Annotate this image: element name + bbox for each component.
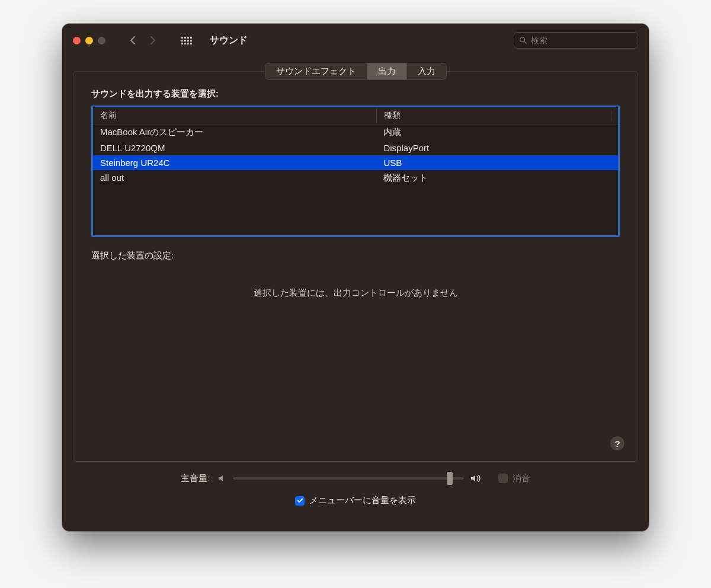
- help-button[interactable]: ?: [610, 436, 624, 450]
- show-in-menubar-row: メニューバーに音量を表示: [73, 495, 638, 506]
- no-controls-message: 選択した装置には、出力コントロールがありません: [91, 287, 620, 299]
- table-header: 名前 種類: [93, 107, 618, 124]
- show-in-menubar-label: メニューバーに音量を表示: [309, 495, 416, 506]
- tab-output[interactable]: 出力: [367, 63, 407, 79]
- tab-bar: サウンドエフェクト 出力 入力: [265, 63, 447, 80]
- slider-thumb[interactable]: [447, 472, 453, 485]
- close-button[interactable]: [73, 37, 81, 44]
- table-row[interactable]: Steinberg UR24CUSB: [93, 155, 618, 170]
- volume-slider[interactable]: [233, 472, 464, 484]
- output-panel: サウンドを出力する装置を選択: 名前 種類 MacBook Airのスピーカー内…: [73, 71, 638, 462]
- device-table: 名前 種類 MacBook Airのスピーカー内蔵DELL U2720QMDis…: [91, 106, 620, 237]
- tab-sound-effects[interactable]: サウンドエフェクト: [265, 63, 367, 79]
- volume-row: 主音量: 消音: [73, 472, 638, 484]
- speaker-high-icon: [470, 474, 483, 483]
- device-type: USB: [376, 155, 618, 170]
- mute-label: 消音: [513, 473, 530, 484]
- show-all-button[interactable]: [177, 32, 197, 49]
- titlebar: サウンド: [62, 24, 649, 57]
- device-settings-label: 選択した装置の設定:: [91, 250, 620, 261]
- tab-input[interactable]: 入力: [407, 63, 446, 79]
- search-input[interactable]: [531, 36, 633, 45]
- mute-checkbox-group: 消音: [498, 473, 530, 484]
- device-type: DisplayPort: [376, 140, 618, 155]
- device-name: all out: [93, 170, 376, 186]
- forward-button[interactable]: [143, 32, 162, 49]
- volume-label: 主音量:: [181, 473, 210, 484]
- search-field[interactable]: [514, 32, 638, 49]
- grid-icon: [181, 37, 192, 44]
- search-icon: [519, 36, 527, 44]
- maximize-button: [98, 37, 105, 44]
- device-type: 内蔵: [376, 124, 618, 140]
- content-area: サウンドエフェクト 出力 入力 サウンドを出力する装置を選択: 名前 種類 Ma…: [62, 57, 649, 531]
- back-button[interactable]: [123, 32, 142, 49]
- slider-track: [233, 477, 464, 480]
- sound-preferences-window: サウンド サウンドエフェクト 出力 入力 サウンドを出力する装置を選択: 名前 …: [62, 24, 649, 531]
- chevron-right-icon: [149, 36, 156, 44]
- device-name: Steinberg UR24C: [93, 155, 376, 170]
- device-name: DELL U2720QM: [93, 140, 376, 155]
- minimize-button[interactable]: [85, 37, 93, 44]
- column-header-type[interactable]: 種類: [376, 107, 618, 124]
- column-header-name[interactable]: 名前: [93, 107, 376, 124]
- volume-slider-group: [217, 472, 483, 484]
- check-icon: [297, 497, 303, 504]
- speaker-low-icon: [217, 474, 227, 483]
- window-title: サウンド: [210, 34, 509, 47]
- show-in-menubar-checkbox[interactable]: [295, 496, 305, 506]
- svg-line-1: [524, 41, 527, 44]
- nav-buttons: [123, 32, 162, 49]
- table-row[interactable]: MacBook Airのスピーカー内蔵: [93, 124, 618, 140]
- table-body: MacBook Airのスピーカー内蔵DELL U2720QMDisplayPo…: [93, 124, 618, 186]
- device-select-label: サウンドを出力する装置を選択:: [91, 88, 620, 100]
- device-type: 機器セット: [376, 170, 618, 186]
- table-row[interactable]: DELL U2720QMDisplayPort: [93, 140, 618, 155]
- device-name: MacBook Airのスピーカー: [93, 124, 376, 140]
- table-row[interactable]: all out機器セット: [93, 170, 618, 186]
- mute-checkbox[interactable]: [498, 474, 508, 483]
- footer: 主音量: 消音: [73, 462, 638, 520]
- window-controls: [73, 37, 105, 44]
- chevron-left-icon: [129, 36, 136, 44]
